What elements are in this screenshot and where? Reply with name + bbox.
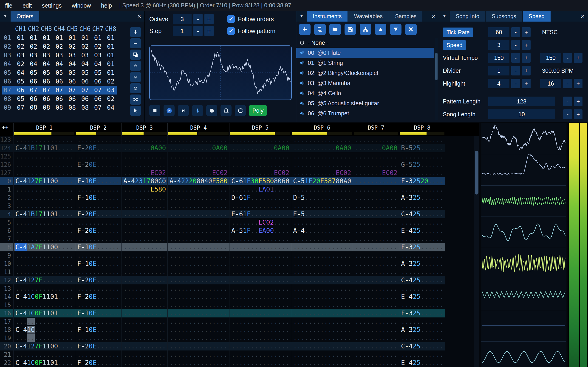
pattern-cell[interactable]: ............... — [229, 202, 291, 210]
pattern-cell[interactable]: .......0A00 — [353, 144, 399, 152]
order-cell[interactable]: 03 — [14, 51, 27, 60]
pattern-cell[interactable]: ............... — [291, 309, 353, 317]
order-cell[interactable]: 02 — [66, 42, 78, 51]
pattern-cell[interactable]: ........... — [353, 293, 399, 301]
pattern-cell[interactable]: A-422208040E580 — [167, 177, 229, 185]
pattern-cell[interactable]: F-20E...... — [75, 359, 121, 367]
pattern-cell[interactable]: ........... — [353, 194, 399, 202]
pattern-cell[interactable]: ........... — [399, 202, 445, 210]
song-length-plus-button[interactable]: + — [574, 109, 582, 119]
pattern-cell[interactable]: ........... — [399, 350, 445, 359]
pattern-cell[interactable]: F-20E...... — [75, 276, 121, 284]
order-cell[interactable]: 05 — [14, 94, 27, 103]
pattern-cell[interactable]: .......EC02 — [353, 169, 399, 177]
order-cell[interactable]: 02 — [14, 42, 27, 51]
order-cell[interactable]: 02 — [40, 42, 53, 51]
virtual-tempo-input[interactable]: 150 — [488, 53, 510, 63]
pattern-cell[interactable]: ........... — [121, 359, 167, 367]
channel-header-6[interactable]: DSP 6 — [291, 123, 353, 136]
tab-samples[interactable]: Samples — [389, 11, 422, 22]
instrument-item[interactable]: 05: @5 Acoustic steel guitar — [296, 98, 434, 108]
order-cell[interactable]: 01 — [78, 33, 91, 42]
instrument-item[interactable]: 00: @0 Flute — [296, 48, 434, 58]
order-cell[interactable]: 02 — [91, 42, 104, 51]
pattern-cell[interactable]: ........... — [121, 136, 167, 144]
order-cell[interactable]: 07 — [66, 86, 78, 94]
pattern-cell[interactable]: C-41C0F1101.... — [13, 293, 75, 301]
menu-item-settings[interactable]: settings — [37, 0, 67, 11]
pattern-cell[interactable]: ............... — [167, 251, 229, 260]
pattern-cell[interactable]: ........... — [353, 185, 399, 194]
pattern-cell[interactable]: ........... — [75, 136, 121, 144]
pattern-cell[interactable]: ............... — [167, 309, 229, 317]
order-cell[interactable]: 01 — [27, 33, 40, 42]
pattern-cell[interactable]: ........... — [353, 317, 399, 326]
pattern-length-plus-button[interactable]: + — [574, 97, 582, 106]
pattern-cell[interactable]: F-20E...... — [75, 293, 121, 301]
pattern-length-input[interactable]: 128 — [488, 97, 555, 106]
repeat-button[interactable] — [235, 105, 246, 116]
pattern-cell[interactable]: ............... — [167, 326, 229, 334]
pattern-cell[interactable]: C-41C.......... — [13, 326, 75, 334]
pattern-cell[interactable]: ........... — [121, 152, 167, 161]
order-cell[interactable]: 05 — [14, 77, 27, 86]
pattern-cell[interactable]: ............... — [13, 227, 75, 235]
tab-speed[interactable]: Speed — [523, 11, 551, 22]
pattern-cell[interactable]: ........... — [353, 243, 399, 251]
order-cell[interactable]: 08 — [66, 103, 78, 112]
octave-minus-button[interactable]: - — [193, 14, 203, 24]
tick-rate-input[interactable]: 60 — [488, 27, 510, 37]
pattern-cell[interactable]: ...........0A00 — [229, 144, 291, 152]
order-cell[interactable]: 01 — [104, 60, 117, 68]
pattern-cell[interactable]: F-20E...... — [75, 227, 121, 235]
pattern-cell[interactable]: ............... — [291, 293, 353, 301]
order-cell[interactable]: 02 — [14, 60, 27, 68]
tick-rate-button[interactable]: Tick Rate — [443, 27, 473, 37]
pattern-cell[interactable]: ........... — [353, 342, 399, 350]
pattern-cell[interactable]: ............... — [291, 260, 353, 268]
tick-rate-plus-button[interactable]: + — [522, 27, 531, 37]
instrument-item[interactable]: 03: @3 Marimba — [296, 78, 434, 88]
metronome-button[interactable] — [221, 105, 232, 116]
order-cell[interactable]: 04 — [27, 60, 40, 68]
pattern-cell[interactable]: E-20E...... — [75, 161, 121, 169]
pattern-cell[interactable]: ........... — [353, 161, 399, 169]
highlight-2-minus-button[interactable]: - — [563, 79, 572, 88]
pattern-cell[interactable]: ........... — [399, 235, 445, 243]
pattern-scrollbar-thumb[interactable] — [475, 151, 478, 194]
pattern-cell[interactable]: ............... — [167, 202, 229, 210]
order-cell[interactable]: 06 — [14, 86, 27, 94]
pattern-cell[interactable]: ........... — [75, 235, 121, 243]
pattern-cell[interactable]: E-425...... — [399, 293, 445, 301]
order-cell[interactable]: 03 — [40, 51, 53, 60]
highlight-plus-button[interactable]: + — [522, 79, 531, 88]
channel-header-5[interactable]: DSP 5 — [229, 123, 291, 136]
order-cell[interactable]: 08 — [40, 103, 53, 112]
pattern-cell[interactable]: ............... — [291, 284, 353, 293]
pattern-cell[interactable]: ........... — [353, 326, 399, 334]
order-cell[interactable]: 02 — [27, 42, 40, 51]
pattern-cell[interactable]: ............... — [167, 342, 229, 350]
order-cell[interactable]: 02 — [104, 77, 117, 86]
pattern-cell[interactable]: ............... — [13, 317, 75, 326]
pattern-cell[interactable]: ............... — [13, 194, 75, 202]
orders-row[interactable]: 030303030303030301 — [2, 51, 117, 60]
pattern-cell[interactable]: ............... — [167, 301, 229, 309]
orders-row[interactable]: 040204040404040401 — [2, 60, 117, 68]
pattern-cell[interactable]: E-425...... — [399, 227, 445, 235]
step-input[interactable]: 1 — [173, 26, 191, 36]
order-cell[interactable]: 06 — [66, 94, 78, 103]
pattern-cell[interactable]: ............... — [229, 235, 291, 243]
add-button[interactable] — [299, 24, 311, 35]
pattern-cell[interactable]: ........... — [353, 359, 399, 367]
pattern-cell[interactable]: ........... — [121, 161, 167, 169]
pattern-cell[interactable]: ............... — [291, 301, 353, 309]
tick-rate-minus-button[interactable]: - — [511, 27, 520, 37]
tab-instruments[interactable]: Instruments — [307, 11, 347, 22]
pattern-cell[interactable]: ............... — [229, 350, 291, 359]
pattern-cell[interactable]: ............... — [291, 202, 353, 210]
orders-row[interactable]: 070607070707070703 — [2, 86, 117, 94]
order-cell[interactable]: 06 — [91, 94, 104, 103]
pattern-cell[interactable]: ............... — [229, 276, 291, 284]
pattern-expand-button[interactable]: ++ — [0, 123, 13, 136]
